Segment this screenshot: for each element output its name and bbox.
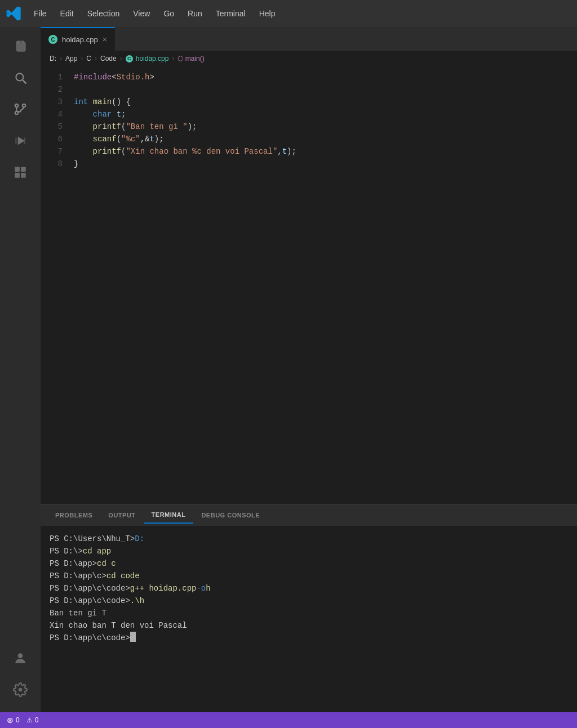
editor-area: C hoidap.cpp × D: › App › C › Code › C h…: [41, 27, 577, 712]
menu-run[interactable]: Run: [182, 7, 208, 20]
activity-bar-bottom: [6, 644, 35, 712]
terminal-line-6: PS D:\app\c\code> .\h: [50, 595, 568, 607]
code-line-6: 6 scanf("%c",&t);: [41, 133, 577, 145]
terminal-line-8: Xin chao ban T den voi Pascal: [50, 619, 568, 632]
main-layout: C hoidap.cpp × D: › App › C › Code › C h…: [0, 27, 577, 712]
bc-filename: C hoidap.cpp: [126, 55, 169, 62]
terminal-line-1: PS C:\Users\Nhu_T> D:: [50, 533, 568, 545]
tab-close-button[interactable]: ×: [103, 35, 107, 44]
svg-rect-9: [15, 173, 20, 178]
activity-search-icon[interactable]: [6, 63, 35, 92]
code-editor[interactable]: 1 #include<Stdio.h> 2 3 int main() { 4 c…: [41, 66, 577, 504]
code-line-5: 5 printf("Ban ten gi ");: [41, 120, 577, 133]
tab-filename: hoidap.cpp: [62, 35, 98, 44]
tab-output[interactable]: OUTPUT: [100, 507, 143, 523]
code-line-2: 2: [41, 83, 577, 96]
warning-count: 0: [35, 716, 39, 724]
terminal-line-5: PS D:\app\c\code> g++ hoidap.cpp -o h: [50, 582, 568, 595]
code-line-1: 1 #include<Stdio.h>: [41, 71, 577, 83]
activity-settings-icon[interactable]: [6, 675, 35, 704]
terminal-line-2: PS D:\> cd app: [50, 545, 568, 557]
status-bar: ⊗ 0 ⚠ 0: [0, 712, 577, 728]
svg-point-3: [15, 104, 18, 107]
code-line-3: 3 int main() {: [41, 96, 577, 108]
svg-point-1: [16, 73, 23, 81]
error-circle-icon: ⊗: [7, 716, 14, 725]
tab-bar: C hoidap.cpp ×: [41, 27, 577, 51]
terminal-line-9: PS D:\app\c\code>: [50, 632, 568, 644]
status-errors[interactable]: ⊗ 0 ⚠ 0: [7, 716, 38, 725]
svg-rect-8: [21, 167, 26, 172]
menu-selection[interactable]: Selection: [82, 7, 126, 20]
terminal-line-3: PS D:\app> cd c: [50, 557, 568, 570]
error-count: 0: [16, 716, 20, 724]
svg-point-11: [18, 653, 23, 658]
bc-code: Code: [100, 55, 117, 62]
bc-app: App: [65, 55, 77, 62]
svg-rect-7: [15, 167, 20, 172]
activity-bar: [0, 27, 41, 712]
svg-line-2: [23, 81, 26, 83]
menu-file[interactable]: File: [28, 7, 52, 20]
code-line-4: 4 char t;: [41, 108, 577, 120]
activity-extensions-icon[interactable]: [6, 158, 35, 187]
menu-go[interactable]: Go: [158, 7, 180, 20]
tab-debug-console[interactable]: DEBUG CONSOLE: [193, 507, 268, 523]
terminal-content[interactable]: PS C:\Users\Nhu_T> D: PS D:\> cd app PS …: [41, 526, 577, 712]
terminal-panel: PROBLEMS OUTPUT TERMINAL DEBUG CONSOLE P…: [41, 504, 577, 712]
panel-tabs: PROBLEMS OUTPUT TERMINAL DEBUG CONSOLE: [41, 504, 577, 526]
code-line-8: 8 }: [41, 158, 577, 170]
cpp-file-icon: C: [48, 35, 57, 44]
breadcrumb: D: › App › C › Code › C hoidap.cpp › ⬡ m…: [41, 51, 577, 66]
tab-terminal[interactable]: TERMINAL: [144, 507, 194, 524]
menu-help[interactable]: Help: [254, 7, 281, 20]
terminal-cursor: [130, 632, 136, 642]
editor-tab-hoidap[interactable]: C hoidap.cpp ×: [41, 27, 115, 51]
activity-run-debug-icon[interactable]: [6, 126, 35, 155]
bc-function: ⬡ main(): [177, 55, 204, 62]
menu-bar: File Edit Selection View Go Run Terminal…: [0, 0, 577, 27]
bc-c: C: [86, 55, 91, 62]
menu-edit[interactable]: Edit: [55, 7, 79, 20]
svg-rect-0: [16, 42, 24, 43]
terminal-line-7: Ban ten gi T: [50, 607, 568, 619]
menu-terminal[interactable]: Terminal: [210, 7, 251, 20]
menu-view[interactable]: View: [127, 7, 156, 20]
vscode-logo-icon: [6, 6, 21, 21]
bc-drive: D:: [50, 55, 56, 62]
activity-source-control-icon[interactable]: [6, 95, 35, 124]
activity-explorer-icon[interactable]: [6, 32, 35, 61]
code-line-7: 7 printf("Xin chao ban %c den voi Pascal…: [41, 145, 577, 158]
terminal-line-4: PS D:\app\c> cd code: [50, 570, 568, 582]
activity-account-icon[interactable]: [6, 644, 35, 673]
warning-icon: ⚠: [26, 716, 33, 724]
tab-problems[interactable]: PROBLEMS: [47, 507, 100, 523]
svg-rect-10: [21, 173, 26, 178]
